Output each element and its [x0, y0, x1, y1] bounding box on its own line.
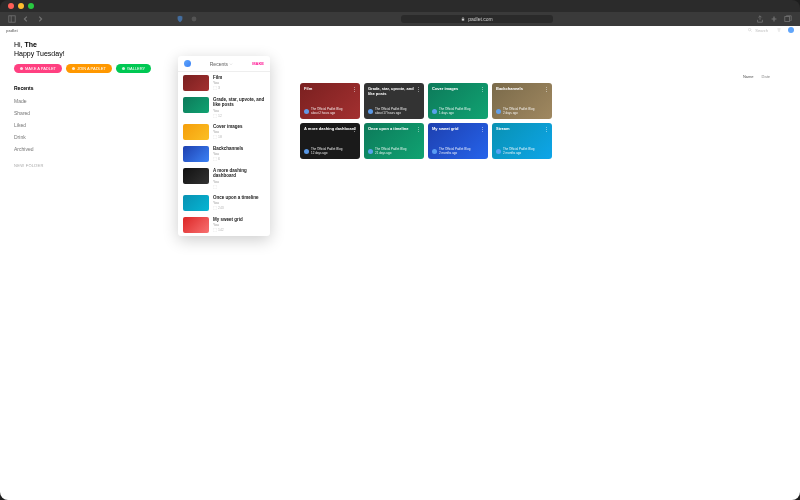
shield-icon[interactable]	[176, 15, 184, 23]
window-titlebar	[0, 0, 800, 12]
card-more-icon[interactable]: ⋮	[544, 126, 549, 132]
nav-item[interactable]: Made	[14, 95, 146, 107]
card-meta: The Official Padlet Blogabout 17 hours a…	[368, 107, 420, 115]
svg-rect-0	[9, 16, 15, 22]
reader-icon[interactable]	[190, 15, 198, 23]
card-avatar	[304, 149, 309, 154]
padlet-card[interactable]: Grade, star, upvote, and like posts⋮The …	[364, 83, 424, 119]
dropdown-item-count: ⬚ 18	[213, 135, 265, 139]
dropdown-item[interactable]: A more dashing dashboardYou⬚	[178, 165, 270, 192]
dropdown-item-title: Grade, star, upvote, and like posts	[213, 97, 265, 108]
sidebar: Hi, The Happy Tuesday! MAKE A PADLET JOI…	[0, 34, 160, 500]
user-avatar[interactable]	[788, 27, 794, 33]
dropdown-thumb	[183, 195, 209, 211]
dropdown-item-title: Cover images	[213, 124, 265, 129]
nav-item[interactable]: Archived	[14, 143, 146, 155]
card-meta: The Official Padlet Blogabout 2 hours ag…	[304, 107, 356, 115]
greeting: Hi, The Happy Tuesday!	[14, 40, 146, 58]
url-text: padlet.com	[468, 16, 492, 22]
padlet-card[interactable]: A more dashing dashboard⋮The Official Pa…	[300, 123, 360, 159]
padlet-card[interactable]: Stream⋮The Official Padlet Blog2 months …	[492, 123, 552, 159]
nav-item[interactable]: Liked	[14, 119, 146, 131]
dropdown-thumb	[183, 168, 209, 184]
dropdown-item-count: ⬚ 243	[213, 206, 265, 210]
dropdown-item[interactable]: Grade, star, upvote, and like postsYou⬚ …	[178, 94, 270, 121]
page-content: padlet Search Hi, The Happy Tuesday! MAK…	[0, 26, 800, 500]
dropdown-item-author: You	[213, 152, 265, 156]
card-meta: The Official Padlet Blog2 months ago	[496, 147, 548, 155]
dropdown-item[interactable]: BackchannelsYou⬚ 6	[178, 143, 270, 165]
padlet-card[interactable]: Cover images⋮The Official Padlet Blog1 d…	[428, 83, 488, 119]
lock-icon	[461, 17, 465, 21]
dropdown-header: Recents MAKE	[178, 56, 270, 72]
link-icon	[72, 67, 75, 70]
new-folder-button[interactable]: NEW FOLDER	[14, 163, 146, 168]
search-box[interactable]: Search	[748, 27, 794, 33]
make-padlet-button[interactable]: MAKE A PADLET	[14, 64, 62, 73]
app-topbar: padlet Search	[0, 26, 800, 34]
dropdown-item[interactable]: My sweet gridYou⬚ 142	[178, 214, 270, 236]
card-avatar	[432, 149, 437, 154]
grid-header: Name Date	[300, 74, 780, 79]
dropdown-thumb	[183, 97, 209, 113]
card-avatar	[304, 109, 309, 114]
dropdown-item-count: ⬚ 6	[213, 157, 265, 161]
join-padlet-button[interactable]: JOIN A PADLET	[66, 64, 112, 73]
card-more-icon[interactable]: ⋮	[480, 86, 485, 92]
card-more-icon[interactable]: ⋮	[416, 126, 421, 132]
card-grid: Film⋮The Official Padlet Blogabout 2 hou…	[300, 83, 780, 159]
card-more-icon[interactable]: ⋮	[416, 86, 421, 92]
card-more-icon[interactable]: ⋮	[544, 86, 549, 92]
card-more-icon[interactable]: ⋮	[480, 126, 485, 132]
card-more-icon[interactable]: ⋮	[352, 126, 357, 132]
padlet-card[interactable]: Once upon a timeline⋮The Official Padlet…	[364, 123, 424, 159]
filter-icon[interactable]	[777, 28, 781, 32]
brand-logo[interactable]: padlet	[6, 28, 18, 33]
card-title: Backchannels	[496, 87, 548, 92]
back-icon[interactable]	[22, 15, 30, 23]
nav-item[interactable]: Shared	[14, 107, 146, 119]
card-title: A more dashing dashboard	[304, 127, 356, 132]
dropdown-title[interactable]: Recents	[191, 61, 252, 67]
search-icon	[748, 28, 752, 32]
dropdown-item-author: You	[213, 81, 265, 85]
share-icon[interactable]	[756, 15, 764, 23]
sort-date[interactable]: Date	[762, 74, 770, 79]
dropdown-item-count: ⬚ 3	[213, 86, 265, 90]
card-title: My sweet grid	[432, 127, 484, 132]
dropdown-item-author: You	[213, 130, 265, 134]
card-title: Once upon a timeline	[368, 127, 420, 132]
card-meta: The Official Padlet Blog2 days ago	[496, 107, 548, 115]
gallery-button[interactable]: GALLERY	[116, 64, 151, 73]
padlet-card[interactable]: My sweet grid⋮The Official Padlet Blog2 …	[428, 123, 488, 159]
dropdown-item-count: ⬚	[213, 185, 265, 189]
nav-header[interactable]: Recents	[14, 85, 146, 91]
dropdown-item-count: ⬚ 142	[213, 228, 265, 232]
dropdown-item[interactable]: FilmYou⬚ 3	[178, 72, 270, 94]
dropdown-make-button[interactable]: MAKE	[252, 61, 264, 66]
dropdown-item-title: Once upon a timeline	[213, 195, 265, 200]
dropdown-thumb	[183, 124, 209, 140]
nav-item[interactable]: Drink	[14, 131, 146, 143]
action-buttons: MAKE A PADLET JOIN A PADLET GALLERY	[14, 64, 146, 73]
forward-icon[interactable]	[36, 15, 44, 23]
card-meta: The Official Padlet Blog2 months ago	[432, 147, 484, 155]
dropdown-item[interactable]: Once upon a timelineYou⬚ 243	[178, 192, 270, 214]
maximize-window[interactable]	[28, 3, 34, 9]
new-tab-icon[interactable]	[770, 15, 778, 23]
dropdown-item-author: You	[213, 180, 265, 184]
url-bar[interactable]: padlet.com	[204, 15, 750, 23]
dropdown-item[interactable]: Cover imagesYou⬚ 18	[178, 121, 270, 143]
svg-point-2	[192, 17, 197, 22]
sort-name[interactable]: Name	[743, 74, 754, 79]
dropdown-avatar[interactable]	[184, 60, 191, 67]
card-more-icon[interactable]: ⋮	[352, 86, 357, 92]
sidebar-toggle-icon[interactable]	[8, 15, 16, 23]
padlet-card[interactable]: Film⋮The Official Padlet Blogabout 2 hou…	[300, 83, 360, 119]
padlet-card[interactable]: Backchannels⋮The Official Padlet Blog2 d…	[492, 83, 552, 119]
dropdown-item-title: Backchannels	[213, 146, 265, 151]
close-window[interactable]	[8, 3, 14, 9]
chevron-down-icon	[229, 62, 233, 66]
minimize-window[interactable]	[18, 3, 24, 9]
tabs-icon[interactable]	[784, 15, 792, 23]
